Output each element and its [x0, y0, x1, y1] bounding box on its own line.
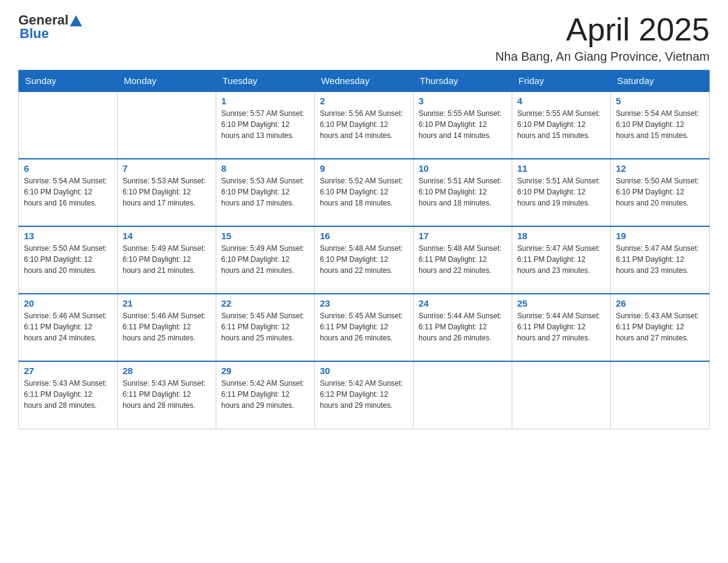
day-info: Sunrise: 5:55 AM Sunset: 6:10 PM Dayligh…: [517, 108, 605, 141]
day-info: Sunrise: 5:47 AM Sunset: 6:11 PM Dayligh…: [517, 243, 605, 276]
day-info: Sunrise: 5:52 AM Sunset: 6:10 PM Dayligh…: [320, 175, 408, 209]
day-info: Sunrise: 5:54 AM Sunset: 6:10 PM Dayligh…: [616, 108, 704, 141]
calendar-week-2: 6Sunrise: 5:54 AM Sunset: 6:10 PM Daylig…: [19, 159, 710, 226]
calendar-cell: 11Sunrise: 5:51 AM Sunset: 6:10 PM Dayli…: [512, 159, 611, 226]
calendar-cell: 7Sunrise: 5:53 AM Sunset: 6:10 PM Daylig…: [118, 159, 216, 226]
day-info: Sunrise: 5:50 AM Sunset: 6:10 PM Dayligh…: [24, 243, 112, 276]
day-number: 23: [320, 298, 408, 308]
day-number: 12: [616, 163, 704, 174]
day-info: Sunrise: 5:49 AM Sunset: 6:10 PM Dayligh…: [123, 243, 211, 276]
day-number: 13: [24, 231, 112, 241]
day-info: Sunrise: 5:49 AM Sunset: 6:10 PM Dayligh…: [221, 243, 309, 276]
day-number: 18: [517, 231, 605, 241]
day-info: Sunrise: 5:51 AM Sunset: 6:10 PM Dayligh…: [517, 175, 605, 209]
day-number: 5: [616, 96, 704, 106]
weekday-header-tuesday: Tuesday: [216, 71, 315, 92]
calendar-cell: 13Sunrise: 5:50 AM Sunset: 6:10 PM Dayli…: [19, 226, 118, 294]
calendar-header-row: SundayMondayTuesdayWednesdayThursdayFrid…: [19, 71, 710, 92]
calendar-table: SundayMondayTuesdayWednesdayThursdayFrid…: [18, 70, 710, 429]
day-number: 16: [320, 231, 408, 241]
day-info: Sunrise: 5:50 AM Sunset: 6:10 PM Dayligh…: [616, 175, 704, 209]
day-info: Sunrise: 5:56 AM Sunset: 6:10 PM Dayligh…: [320, 108, 408, 141]
day-number: 11: [517, 163, 605, 174]
title-section: April 2025 Nha Bang, An Giang Province, …: [495, 12, 710, 64]
day-number: 29: [221, 366, 309, 376]
calendar-cell: 28Sunrise: 5:43 AM Sunset: 6:11 PM Dayli…: [118, 361, 216, 429]
calendar-cell: 6Sunrise: 5:54 AM Sunset: 6:10 PM Daylig…: [19, 159, 118, 226]
day-number: 7: [123, 163, 211, 174]
day-number: 2: [320, 96, 408, 106]
calendar-cell: 21Sunrise: 5:46 AM Sunset: 6:11 PM Dayli…: [118, 294, 216, 361]
calendar-week-5: 27Sunrise: 5:43 AM Sunset: 6:11 PM Dayli…: [19, 361, 710, 429]
calendar-cell: [414, 361, 512, 429]
calendar-cell: 8Sunrise: 5:53 AM Sunset: 6:10 PM Daylig…: [216, 159, 315, 226]
day-number: 25: [517, 298, 605, 308]
calendar-cell: 23Sunrise: 5:45 AM Sunset: 6:11 PM Dayli…: [315, 294, 414, 361]
day-number: 3: [419, 96, 507, 106]
day-number: 14: [123, 231, 211, 241]
calendar-cell: 18Sunrise: 5:47 AM Sunset: 6:11 PM Dayli…: [512, 226, 611, 294]
calendar-cell: [611, 361, 710, 429]
calendar-cell: 5Sunrise: 5:54 AM Sunset: 6:10 PM Daylig…: [611, 91, 710, 159]
calendar-cell: 26Sunrise: 5:43 AM Sunset: 6:11 PM Dayli…: [611, 294, 710, 361]
day-number: 4: [517, 96, 605, 106]
calendar-cell: [512, 361, 611, 429]
day-info: Sunrise: 5:55 AM Sunset: 6:10 PM Dayligh…: [419, 108, 507, 141]
weekday-header-saturday: Saturday: [611, 71, 710, 92]
day-info: Sunrise: 5:45 AM Sunset: 6:11 PM Dayligh…: [221, 310, 309, 343]
day-info: Sunrise: 5:46 AM Sunset: 6:11 PM Dayligh…: [24, 310, 112, 343]
month-title: April 2025: [495, 12, 710, 47]
day-number: 28: [123, 366, 211, 376]
day-info: Sunrise: 5:53 AM Sunset: 6:10 PM Dayligh…: [123, 175, 211, 209]
day-number: 15: [221, 231, 309, 241]
day-number: 17: [419, 231, 507, 241]
day-info: Sunrise: 5:43 AM Sunset: 6:11 PM Dayligh…: [616, 310, 704, 343]
calendar-cell: 12Sunrise: 5:50 AM Sunset: 6:10 PM Dayli…: [611, 159, 710, 226]
day-info: Sunrise: 5:44 AM Sunset: 6:11 PM Dayligh…: [517, 310, 605, 343]
calendar-cell: 3Sunrise: 5:55 AM Sunset: 6:10 PM Daylig…: [414, 91, 512, 159]
day-info: Sunrise: 5:54 AM Sunset: 6:10 PM Dayligh…: [24, 175, 112, 209]
day-info: Sunrise: 5:51 AM Sunset: 6:10 PM Dayligh…: [419, 175, 507, 209]
calendar-cell: 9Sunrise: 5:52 AM Sunset: 6:10 PM Daylig…: [315, 159, 414, 226]
day-number: 10: [419, 163, 507, 174]
svg-marker-0: [70, 15, 82, 26]
calendar-cell: 2Sunrise: 5:56 AM Sunset: 6:10 PM Daylig…: [315, 91, 414, 159]
day-info: Sunrise: 5:48 AM Sunset: 6:11 PM Dayligh…: [419, 243, 507, 276]
day-number: 24: [419, 298, 507, 308]
calendar-week-3: 13Sunrise: 5:50 AM Sunset: 6:10 PM Dayli…: [19, 226, 710, 294]
weekday-header-wednesday: Wednesday: [315, 71, 414, 92]
day-number: 22: [221, 298, 309, 308]
calendar-cell: 29Sunrise: 5:42 AM Sunset: 6:11 PM Dayli…: [216, 361, 315, 429]
day-number: 20: [24, 298, 112, 308]
day-info: Sunrise: 5:57 AM Sunset: 6:10 PM Dayligh…: [221, 108, 309, 141]
day-number: 26: [616, 298, 704, 308]
day-number: 19: [616, 231, 704, 241]
day-info: Sunrise: 5:53 AM Sunset: 6:10 PM Dayligh…: [221, 175, 309, 209]
calendar-cell: 17Sunrise: 5:48 AM Sunset: 6:11 PM Dayli…: [414, 226, 512, 294]
day-number: 9: [320, 163, 408, 174]
day-info: Sunrise: 5:42 AM Sunset: 6:12 PM Dayligh…: [320, 378, 408, 411]
calendar-cell: 25Sunrise: 5:44 AM Sunset: 6:11 PM Dayli…: [512, 294, 611, 361]
day-number: 30: [320, 366, 408, 376]
page-header: General Blue April 2025 Nha Bang, An Gia…: [18, 12, 710, 64]
calendar-cell: 22Sunrise: 5:45 AM Sunset: 6:11 PM Dayli…: [216, 294, 315, 361]
day-info: Sunrise: 5:42 AM Sunset: 6:11 PM Dayligh…: [221, 378, 309, 411]
calendar-cell: 1Sunrise: 5:57 AM Sunset: 6:10 PM Daylig…: [216, 91, 315, 159]
location-title: Nha Bang, An Giang Province, Vietnam: [495, 50, 710, 64]
calendar-cell: 24Sunrise: 5:44 AM Sunset: 6:11 PM Dayli…: [414, 294, 512, 361]
calendar-cell: 19Sunrise: 5:47 AM Sunset: 6:11 PM Dayli…: [611, 226, 710, 294]
weekday-header-friday: Friday: [512, 71, 611, 92]
calendar-cell: 30Sunrise: 5:42 AM Sunset: 6:12 PM Dayli…: [315, 361, 414, 429]
day-info: Sunrise: 5:48 AM Sunset: 6:10 PM Dayligh…: [320, 243, 408, 276]
calendar-cell: 20Sunrise: 5:46 AM Sunset: 6:11 PM Dayli…: [19, 294, 118, 361]
day-number: 1: [221, 96, 309, 106]
day-info: Sunrise: 5:44 AM Sunset: 6:11 PM Dayligh…: [419, 310, 507, 343]
day-info: Sunrise: 5:43 AM Sunset: 6:11 PM Dayligh…: [24, 378, 112, 411]
calendar-cell: 27Sunrise: 5:43 AM Sunset: 6:11 PM Dayli…: [19, 361, 118, 429]
calendar-cell: 14Sunrise: 5:49 AM Sunset: 6:10 PM Dayli…: [118, 226, 216, 294]
logo: General Blue: [18, 12, 82, 42]
day-number: 27: [24, 366, 112, 376]
logo-blue-text: Blue: [20, 26, 49, 42]
calendar-cell: 16Sunrise: 5:48 AM Sunset: 6:10 PM Dayli…: [315, 226, 414, 294]
calendar-week-4: 20Sunrise: 5:46 AM Sunset: 6:11 PM Dayli…: [19, 294, 710, 361]
